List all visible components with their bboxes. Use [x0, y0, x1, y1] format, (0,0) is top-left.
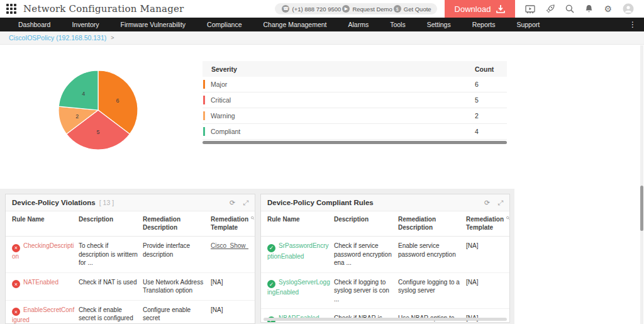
pie-value-label: 2: [75, 113, 79, 120]
compliant-column-header: Rule NameDescriptionRemediation Descript…: [261, 211, 509, 237]
compliant-panel-title: Device-Policy Compliant Rules: [267, 199, 374, 206]
compliant-check-icon: ✓: [267, 244, 275, 252]
request-demo-link[interactable]: Request Demo: [352, 6, 392, 13]
rule-description: Check if enable secret is configured: [79, 306, 139, 324]
rule-name[interactable]: ✓SyslogServerLoggingEnabled: [267, 278, 330, 304]
severity-count: 2: [475, 112, 507, 120]
refresh-icon[interactable]: ⟳: [230, 199, 235, 206]
main-nav: DashboardInventoryFirmware Vulnerability…: [0, 18, 644, 31]
severity-label: Warning: [203, 111, 272, 120]
count-col-header: Count: [475, 65, 507, 73]
settings-gear-icon[interactable]: ⚙: [604, 4, 612, 13]
col-header[interactable]: Remediation Description: [398, 215, 462, 232]
download-button[interactable]: Download: [445, 0, 516, 18]
nav-item-dashboard[interactable]: Dashboard: [8, 21, 61, 28]
severity-col-header: Severity: [203, 65, 272, 73]
expand-icon[interactable]: ⤢: [243, 199, 248, 206]
nav-item-alarms[interactable]: Alarms: [338, 21, 380, 28]
get-quote-link[interactable]: Get Quote: [404, 6, 431, 13]
nav-item-reports[interactable]: Reports: [462, 21, 506, 28]
rule-name[interactable]: ✓SrPasswordEncryptionEnabled: [267, 242, 330, 267]
violation-x-icon: ×: [12, 308, 20, 316]
violations-column-header: Rule NameDescriptionRemediation Descript…: [6, 211, 255, 237]
nav-item-tools[interactable]: Tools: [379, 21, 416, 28]
compliant-panel-hscrollbar[interactable]: [264, 318, 507, 321]
severity-row-critical[interactable]: Critical 5: [203, 92, 507, 108]
remediation-template-link[interactable]: Cisco_Show_Version_Script: [211, 242, 248, 249]
severity-count: 4: [475, 128, 507, 135]
rule-name[interactable]: ×CheckingDescription: [12, 242, 75, 267]
severity-table-header: Severity Count: [203, 61, 507, 77]
policy-rule-row[interactable]: ×NATEnabled Check if NAT is used Use Net…: [6, 273, 255, 301]
severity-count: 6: [475, 81, 507, 88]
severity-label: Major: [203, 80, 272, 89]
get-quote-icon: $: [394, 5, 401, 13]
col-header[interactable]: Description: [334, 215, 394, 232]
remediation-description: Enable service password encryption: [398, 242, 462, 267]
demo-video-icon[interactable]: [525, 5, 535, 13]
severity-row-warning[interactable]: Warning 2: [203, 108, 507, 124]
policy-rule-row[interactable]: ✓SrPasswordEncryptionEnabled Check if se…: [261, 237, 509, 273]
col-header[interactable]: Description: [79, 215, 139, 232]
severity-tick: [203, 80, 205, 89]
col-header[interactable]: Rule Name: [267, 215, 330, 232]
rule-description: Check if logging to syslog server is con…: [334, 278, 394, 304]
severity-label: Compliant: [203, 127, 272, 136]
severity-table-hscrollbar[interactable]: [203, 141, 507, 144]
col-header[interactable]: Remediation Template: [466, 215, 506, 232]
remediation-description: Configure enable secret: [143, 306, 207, 324]
severity-tick: [203, 111, 205, 120]
nav-item-inventory[interactable]: Inventory: [61, 21, 109, 28]
column-search-icon[interactable]: [506, 215, 509, 221]
phone-icon: ☎: [282, 5, 289, 13]
remediation-template-value: [NA]: [466, 279, 478, 286]
rule-description: To check if description is writtern for …: [79, 242, 139, 267]
col-header[interactable]: Rule Name: [12, 215, 75, 232]
severity-row-compliant[interactable]: Compliant 4: [203, 124, 507, 140]
nav-item-compliance[interactable]: Compliance: [196, 21, 252, 28]
notifications-bell-icon[interactable]: [585, 4, 593, 13]
remediation-template-value: [NA]: [211, 306, 223, 313]
phone-number: (+1) 888 720 9500: [292, 6, 341, 13]
refresh-icon[interactable]: ⟳: [484, 199, 490, 206]
remediation-description: Provide interface description: [143, 242, 207, 267]
policy-rule-row[interactable]: ✓SyslogServerLoggingEnabled Check if log…: [261, 273, 509, 310]
pie-value-label: 5: [96, 129, 99, 135]
remediation-template-value: [NA]: [466, 242, 478, 249]
nav-item-settings[interactable]: Settings: [416, 21, 462, 28]
dashboard-band: Device-Policy Violations [ 13 ] ⟳ ⤢ Rule…: [0, 189, 644, 324]
header-icon-row: ⚙: [515, 3, 644, 14]
breadcrumb: CiscoIOSPolicy (192.168.50.131) >: [0, 31, 644, 45]
user-avatar[interactable]: [623, 3, 634, 14]
nav-item-firmware-vulnerability[interactable]: Firmware Vulnerability: [110, 21, 196, 28]
column-search-icon[interactable]: [251, 215, 254, 221]
compliant-panel-header: Device-Policy Compliant Rules ⟳ ⤢: [261, 194, 509, 211]
nav-overflow-menu-icon[interactable]: ⋮: [629, 20, 644, 29]
policy-rule-row[interactable]: ×CheckingDescription To check if descrip…: [6, 237, 255, 273]
severity-pie-chart[interactable]: 6524: [54, 66, 142, 154]
rule-description: Check if NAT is used: [79, 278, 139, 295]
download-label: Download: [455, 4, 491, 14]
request-demo-icon: ▶: [342, 5, 350, 13]
page-vertical-scrollbar-track[interactable]: [640, 45, 643, 324]
rocket-icon[interactable]: [546, 4, 555, 13]
pie-value-label: 4: [82, 91, 85, 97]
rule-name[interactable]: ×EnableSecretConfigured: [12, 306, 75, 324]
violations-panel-title: Device-Policy Violations: [12, 199, 96, 206]
pie-value-label: 6: [116, 98, 119, 104]
search-icon[interactable]: [565, 4, 574, 13]
nav-item-support[interactable]: Support: [506, 21, 550, 28]
policy-rule-row[interactable]: ×EnableSecretConfigured Check if enable …: [6, 301, 255, 324]
page-vertical-scrollbar-thumb[interactable]: [640, 186, 643, 231]
compliance-overview-section: 6524 Severity Count Major 6 Critical 5 W…: [0, 45, 644, 189]
expand-icon[interactable]: ⤢: [497, 199, 503, 206]
col-header[interactable]: Remediation Description: [143, 215, 207, 232]
pie-slice-compliant[interactable]: [58, 70, 98, 110]
app-launcher-grid-icon[interactable]: [6, 4, 16, 14]
severity-summary-table: Severity Count Major 6 Critical 5 Warnin…: [203, 61, 507, 144]
breadcrumb-policy-link[interactable]: CiscoIOSPolicy (192.168.50.131): [9, 34, 106, 42]
severity-row-major[interactable]: Major 6: [203, 77, 507, 92]
rule-name[interactable]: ×NATEnabled: [12, 278, 75, 295]
col-header[interactable]: Remediation Template: [211, 215, 251, 232]
nav-item-change-management[interactable]: Change Management: [253, 21, 338, 28]
